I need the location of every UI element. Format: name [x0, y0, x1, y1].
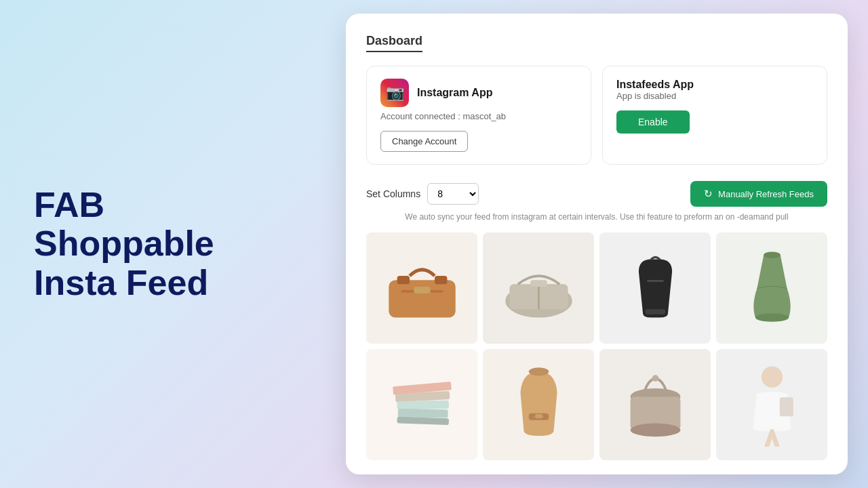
instagram-card: 📷 Instagram App Account connected : masc…	[366, 66, 591, 165]
change-account-button[interactable]: Change Account	[380, 131, 468, 152]
enable-button[interactable]: Enable	[616, 110, 690, 134]
svg-rect-15	[397, 400, 448, 409]
product-item	[716, 232, 827, 344]
instafeeds-card-title: Instafeeds App	[616, 79, 813, 91]
bag-2-svg	[497, 247, 580, 330]
svg-rect-26	[779, 397, 793, 416]
svg-rect-10	[645, 309, 665, 314]
instagram-icon: 📷	[380, 79, 409, 107]
bag-3-svg	[614, 247, 697, 330]
set-columns-label: Set Columns	[366, 188, 420, 199]
svg-point-11	[764, 251, 781, 258]
instafeeds-card: Instafeeds App App is disabled Enable	[602, 66, 827, 165]
product-item	[483, 349, 594, 460]
dashboard-title: Dasboard	[366, 34, 422, 52]
app-title: FAB Shoppable Insta Feed	[34, 186, 292, 302]
left-panel: FAB Shoppable Insta Feed	[20, 172, 305, 316]
cards-row: 📷 Instagram App Account connected : masc…	[366, 66, 827, 165]
product-item	[716, 349, 827, 460]
bag-6-svg	[497, 363, 580, 447]
svg-rect-17	[397, 416, 449, 424]
product-grid	[366, 232, 827, 460]
svg-point-24	[652, 375, 658, 382]
instagram-card-title: Instagram App	[417, 87, 492, 99]
controls-row: Set Columns 4 6 8 12 ↻ Manually Refresh …	[366, 181, 827, 207]
refresh-label: Manually Refresh Feeds	[718, 189, 814, 199]
columns-select[interactable]: 4 6 8 12	[427, 183, 479, 205]
refresh-feeds-button[interactable]: ↻ Manually Refresh Feeds	[690, 181, 827, 207]
svg-rect-1	[397, 276, 409, 284]
bag-1-svg	[380, 247, 464, 330]
svg-rect-9	[647, 280, 664, 281]
instagram-card-header: 📷 Instagram App	[380, 79, 577, 107]
svg-point-25	[761, 366, 782, 387]
svg-point-18	[528, 367, 549, 375]
svg-line-28	[772, 431, 777, 446]
set-columns-group: Set Columns 4 6 8 12	[366, 183, 479, 205]
bag-5-svg	[380, 363, 464, 447]
refresh-icon: ↻	[704, 188, 713, 200]
svg-rect-0	[389, 280, 455, 317]
product-item	[366, 349, 477, 460]
svg-point-23	[630, 423, 680, 436]
svg-rect-2	[434, 276, 446, 284]
product-item	[599, 349, 711, 460]
main-panel: Dasboard 📷 Instagram App Account connect…	[346, 14, 848, 474]
person-bag-svg	[730, 363, 814, 447]
svg-rect-7	[530, 280, 547, 287]
product-item	[599, 232, 711, 344]
bag-7-svg	[614, 363, 697, 447]
svg-rect-4	[414, 287, 431, 293]
svg-point-12	[755, 313, 788, 321]
product-item	[483, 232, 594, 344]
svg-rect-20	[535, 414, 542, 418]
product-item	[366, 232, 477, 344]
vase-svg	[730, 247, 814, 330]
sync-note: We auto sync your feed from instagram at…	[366, 212, 827, 222]
instafeeds-card-subtitle: App is disabled	[616, 91, 813, 101]
instagram-card-subtitle: Account connected : mascot_ab	[380, 111, 577, 121]
svg-rect-16	[397, 409, 448, 418]
